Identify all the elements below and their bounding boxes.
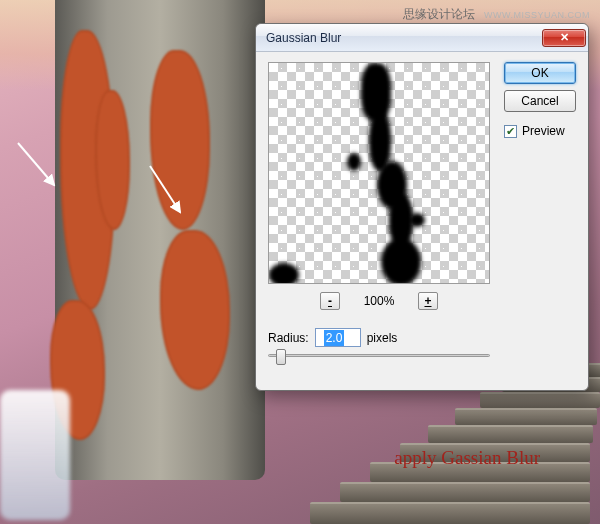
zoom-value: 100%	[358, 294, 400, 308]
ok-button[interactable]: OK	[504, 62, 576, 84]
zoom-out-button[interactable]: -	[320, 292, 340, 310]
radius-slider-track[interactable]	[268, 354, 490, 357]
preview-label: Preview	[522, 124, 565, 138]
annotation-arrow-icon	[140, 160, 200, 220]
checkbox-icon: ✔	[504, 125, 517, 138]
preview-checkbox[interactable]: ✔ Preview	[504, 124, 565, 138]
watermark-text: 思缘设计论坛	[403, 7, 475, 21]
svg-line-1	[150, 166, 180, 212]
blur-preview[interactable]	[268, 62, 490, 284]
close-icon: ✕	[560, 31, 569, 44]
radius-input[interactable]: 2.0	[324, 330, 345, 346]
plus-icon: +	[424, 294, 431, 308]
cancel-button[interactable]: Cancel	[504, 90, 576, 112]
watermark-url: WWW.MISSYUAN.COM	[484, 10, 590, 20]
watermark: 思缘设计论坛 WWW.MISSYUAN.COM	[403, 6, 590, 23]
annotation-arrow-icon	[10, 135, 70, 195]
dialog-titlebar[interactable]: Gaussian Blur ✕	[256, 24, 588, 52]
zoom-in-button[interactable]: +	[418, 292, 438, 310]
annotation-text: apply Gassian Blur	[394, 447, 540, 469]
dialog-title: Gaussian Blur	[266, 31, 542, 45]
minus-icon: -	[328, 294, 332, 308]
close-button[interactable]: ✕	[542, 29, 586, 47]
radius-slider-thumb[interactable]	[276, 349, 286, 365]
radius-unit: pixels	[367, 331, 398, 345]
svg-line-0	[18, 143, 54, 185]
gaussian-blur-dialog: Gaussian Blur ✕ - 100% + Radius: 2.0	[255, 23, 589, 391]
radius-label: Radius:	[268, 331, 309, 345]
